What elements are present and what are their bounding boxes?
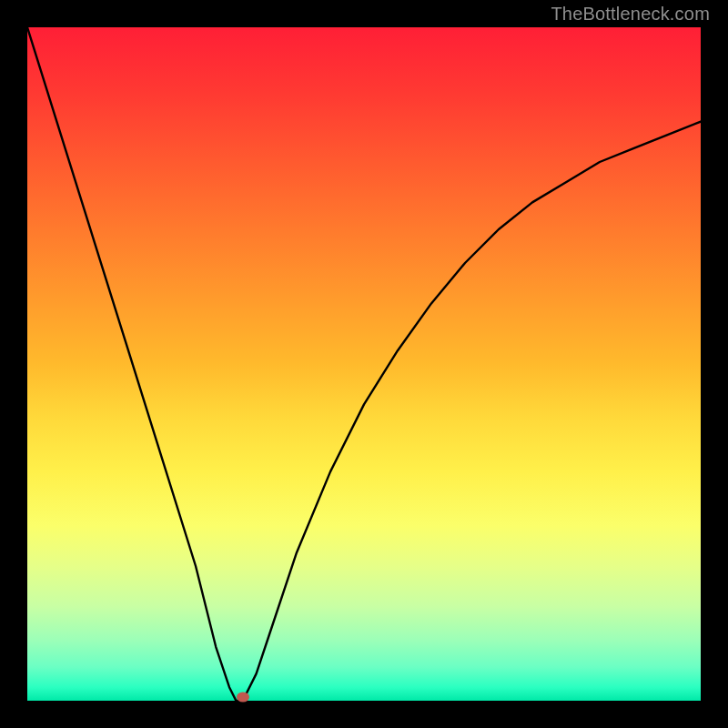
- curve-path: [27, 27, 701, 701]
- watermark-text: TheBottleneck.com: [551, 4, 710, 25]
- optimum-marker: [237, 693, 249, 703]
- chart-frame: TheBottleneck.com: [0, 0, 728, 728]
- bottleneck-curve: [27, 27, 701, 701]
